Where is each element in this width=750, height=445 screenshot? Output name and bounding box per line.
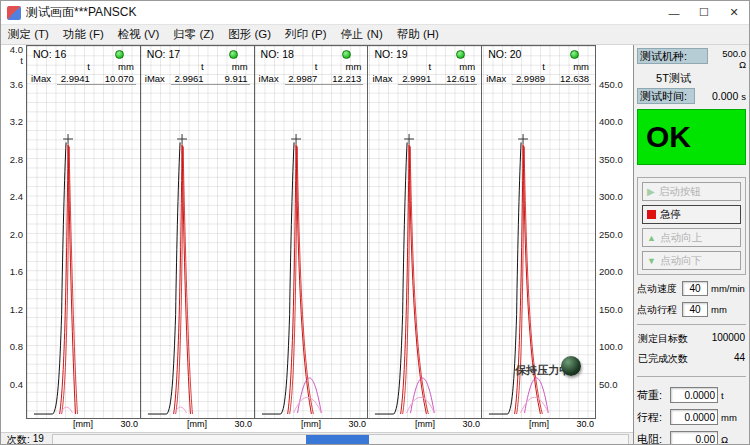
- jog-up-label: 点动向上: [660, 231, 702, 245]
- x-axis-unit: [mm]: [187, 419, 207, 429]
- menu-item[interactable]: 停止 (N): [334, 25, 390, 44]
- col-header-mm: mm: [92, 61, 136, 72]
- y-axis-tick-resistance: 300.0: [599, 192, 623, 202]
- jog-stroke-row: 点动行程 mm: [637, 302, 746, 317]
- control-buttons-group: ▶ 启动按钮 急停 ▲ 点动向上 ▼ 点动向下: [637, 177, 746, 275]
- panel-header: NO: 16: [33, 48, 140, 60]
- menu-item[interactable]: 列印 (P): [278, 25, 334, 44]
- y-axis-right-resistance: 450.0400.0350.0300.0250.0200.0150.0100.0…: [596, 45, 633, 419]
- panel-number: NO: 16: [33, 48, 66, 60]
- y-axis-tick-resistance: 50.0: [599, 380, 618, 390]
- imax-row: iMax2.99619.911: [145, 73, 250, 85]
- minimize-button[interactable]: —: [659, 1, 689, 24]
- menu-item[interactable]: 测定 (T): [1, 25, 56, 44]
- emergency-stop-button[interactable]: 急停: [642, 205, 741, 224]
- maximize-button[interactable]: ☐: [689, 1, 719, 24]
- x-axis-cell: [mm]30.0: [140, 419, 254, 432]
- force-displacement-curves: [27, 46, 140, 418]
- col-header-t: t: [398, 61, 433, 72]
- done-count-row: 已完成次数 44: [638, 352, 745, 366]
- imax-label: iMax: [259, 73, 285, 85]
- close-button[interactable]: ✕: [719, 1, 749, 24]
- col-header-t: t: [512, 61, 547, 72]
- status-dot-icon: [570, 50, 579, 59]
- down-arrow-icon: ▼: [647, 256, 656, 266]
- stroke-unit: mm: [721, 412, 737, 423]
- test-time-row: 测试时间: 0.000 s: [637, 88, 746, 104]
- status-dot-icon: [229, 50, 238, 59]
- app-icon: [7, 6, 21, 20]
- y-axis-tick-force: t: [20, 56, 23, 66]
- y-axis-tick-resistance: 400.0: [599, 117, 623, 127]
- load-unit: t: [721, 390, 737, 401]
- x-axis-cell: [mm]30.0: [482, 419, 596, 432]
- col-header-t: t: [57, 61, 92, 72]
- panel-number: NO: 17: [147, 48, 180, 60]
- imax-force-value: 2.9987: [285, 73, 320, 85]
- chart-panels: NO: 16tmmiMax2.994110.070NO: 17tmmiMax2.…: [26, 45, 596, 419]
- play-icon: ▶: [647, 186, 655, 197]
- y-axis-tick-force: 0.4: [10, 380, 23, 390]
- column-headers: tmm: [372, 61, 477, 72]
- menu-item[interactable]: 帮助 (H): [390, 25, 446, 44]
- cycle-count-value: 19: [33, 433, 44, 445]
- jog-stroke-label: 点动行程: [637, 303, 679, 317]
- col-header-mm: mm: [433, 61, 477, 72]
- target-count-value: 100000: [712, 332, 745, 346]
- menu-item[interactable]: 归零 (Z): [166, 25, 221, 44]
- scrollbar-thumb[interactable]: [306, 435, 369, 444]
- result-indicator: OK: [637, 109, 746, 165]
- resistance-display[interactable]: [670, 431, 718, 445]
- stroke-display[interactable]: [670, 409, 718, 425]
- app-window: 测试画面***PANSCK — ☐ ✕ 测定 (T)功能 (F)检视 (V)归零…: [0, 0, 750, 445]
- status-sphere-icon: [561, 356, 581, 376]
- resistance-row: 电阻: Ω: [637, 431, 746, 445]
- control-panel: 测试机种: 500.0 Ω 5T测试 测试时间: 0.000 s OK ▶ 启动…: [633, 45, 749, 445]
- panel-header: NO: 19: [374, 48, 481, 60]
- x-axis-cell: [mm]30.0: [368, 419, 482, 432]
- col-header-mm: mm: [547, 61, 591, 72]
- y-axis-tick-resistance: 350.0: [599, 155, 623, 165]
- y-axis-tick-force: 0.8: [10, 342, 23, 352]
- panel-header: NO: 18: [261, 48, 368, 60]
- force-displacement-curves: [141, 46, 254, 418]
- jog-speed-label: 点动速度: [637, 282, 679, 296]
- x-axis-cell: [mm]30.0: [26, 419, 140, 432]
- menu-item[interactable]: 检视 (V): [111, 25, 167, 44]
- imax-row: iMax2.999112.619: [372, 73, 477, 85]
- panel-header: NO: 20: [488, 48, 595, 60]
- jog-speed-row: 点动速度 mm/min: [637, 281, 746, 296]
- right-axis-max-unit: Ω: [710, 59, 746, 70]
- stroke-row: 行程: mm: [637, 409, 746, 425]
- target-count-label: 测定目标数: [638, 332, 688, 346]
- x-axis-max: 30.0: [576, 419, 594, 429]
- status-dot-icon: [342, 50, 351, 59]
- window-title: 测试画面***PANSCK: [26, 4, 136, 21]
- stop-square-icon: [647, 210, 656, 219]
- imax-stroke-value: 10.070: [92, 73, 136, 85]
- x-axis-max: 30.0: [234, 419, 252, 429]
- imax-row: iMax2.998912.638: [486, 73, 591, 85]
- jog-down-button[interactable]: ▼ 点动向下: [642, 251, 741, 270]
- imax-force-value: 2.9941: [57, 73, 92, 85]
- horizontal-scrollbar[interactable]: [52, 434, 629, 445]
- resistance-unit: Ω: [721, 434, 737, 445]
- load-display[interactable]: [670, 387, 718, 403]
- menu-item[interactable]: 功能 (F): [56, 25, 111, 44]
- y-axis-tick-force: 1.2: [10, 305, 23, 315]
- x-axis-cell: [mm]30.0: [254, 419, 368, 432]
- jog-speed-input[interactable]: [682, 281, 708, 296]
- x-axis-max: 30.0: [348, 419, 366, 429]
- menu-item[interactable]: 图形 (G): [221, 25, 278, 44]
- chart-panel: NO: 19tmmiMax2.999112.619: [368, 46, 482, 418]
- start-button[interactable]: ▶ 启动按钮: [642, 182, 741, 201]
- target-count-row: 测定目标数 100000: [638, 332, 745, 346]
- imax-row: iMax2.994110.070: [31, 73, 136, 85]
- stroke-label: 行程:: [637, 410, 667, 425]
- jog-up-button[interactable]: ▲ 点动向上: [642, 228, 741, 247]
- right-axis-max-value: 500.0: [710, 48, 746, 59]
- machine-type-label: 测试机种:: [637, 48, 708, 64]
- bottom-bar: 次数: 19: [1, 432, 633, 445]
- imax-stroke-value: 12.638: [547, 73, 591, 85]
- jog-stroke-input[interactable]: [682, 302, 708, 317]
